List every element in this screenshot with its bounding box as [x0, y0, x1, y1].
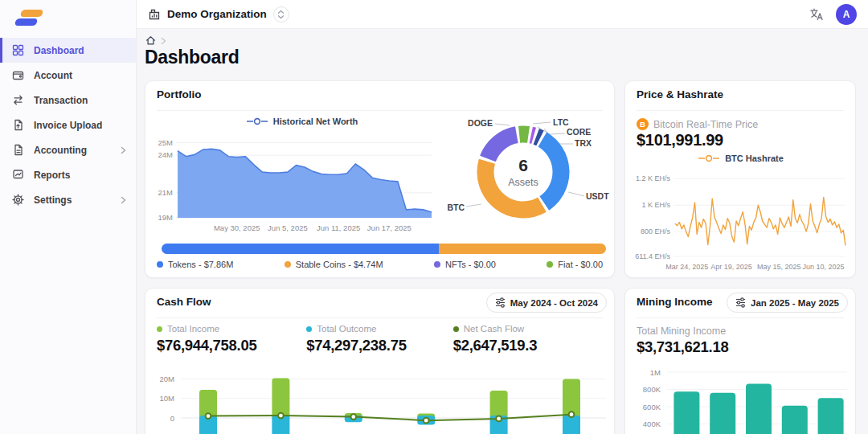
- donut-label-usdt: USDT: [586, 191, 609, 201]
- organization-selector[interactable]: Demo Organization: [148, 6, 289, 23]
- net-worth-legend-label: Historical Net Worth: [273, 117, 358, 126]
- legend-label: Tokens - $7.86M: [168, 260, 233, 269]
- stat-dot: [453, 326, 459, 332]
- sidebar-item-label: Dashboard: [34, 45, 84, 56]
- donut-label-core: CORE: [567, 127, 591, 137]
- sidebar-item-account[interactable]: Account: [0, 63, 136, 88]
- legend-dot: [434, 261, 440, 268]
- user-avatar[interactable]: A: [836, 4, 857, 25]
- stat-label: Net Cash Flow: [464, 324, 524, 334]
- allocation-legend-item[interactable]: NFTs - $0.00: [434, 260, 496, 269]
- sidebar: DashboardAccountTransactionInvoice Uploa…: [0, 0, 137, 434]
- price-hashrate-card: Price & Hashrate B Bitcoin Real-Time Pri…: [624, 80, 856, 278]
- breadcrumb-chevron-icon: [161, 37, 166, 45]
- line-marker-icon: [247, 117, 268, 125]
- svg-text:1.2 K EH/s: 1.2 K EH/s: [636, 174, 671, 182]
- svg-text:10M: 10M: [160, 394, 175, 403]
- line-marker-icon: [698, 154, 719, 162]
- sidebar-item-label: Account: [34, 70, 72, 81]
- hashrate-line-chart: 1.2 K EH/s1 K EH/s800 EH/s611.4 EH/sMar …: [630, 163, 852, 276]
- svg-text:Jun 17, 2025: Jun 17, 2025: [367, 223, 411, 232]
- bitcoin-icon: B: [637, 118, 649, 130]
- mining-date-filter[interactable]: Jan 2025 - May 2025: [727, 293, 848, 313]
- stat-label: Total Income: [167, 324, 219, 334]
- allocation-legend-item[interactable]: Stable Coins - $4.74M: [285, 260, 383, 269]
- mining-bar-chart: 1M800K600K400K: [630, 362, 852, 434]
- svg-text:May 30, 2025: May 30, 2025: [214, 223, 260, 232]
- accounting-icon: [12, 144, 24, 156]
- cash-flow-date-range: May 2024 - Oct 2024: [510, 298, 598, 308]
- sidebar-item-label: Settings: [34, 194, 72, 206]
- mining-total-value: $3,731,621.18: [637, 338, 728, 356]
- stat-value: $74,297,238.75: [306, 337, 453, 354]
- home-icon[interactable]: [145, 35, 156, 46]
- cash-flow-stats: Total Income$76,944,758.05Total Outcome$…: [157, 324, 603, 354]
- filter-sliders-icon: [735, 297, 746, 308]
- sidebar-nav: DashboardAccountTransactionInvoice Uploa…: [0, 38, 136, 212]
- hashrate-legend-label: BTC Hashrate: [725, 154, 784, 163]
- legend-dot: [157, 261, 163, 268]
- mining-date-range: Jan 2025 - May 2025: [751, 298, 839, 308]
- allocation-legend-item[interactable]: Tokens - $7.86M: [157, 260, 233, 269]
- svg-text:Jun 5, 2025: Jun 5, 2025: [268, 223, 308, 232]
- stat-dot: [157, 326, 162, 332]
- allocation-segment: [162, 244, 439, 254]
- settings-icon: [12, 194, 24, 206]
- sidebar-item-accounting[interactable]: Accounting: [0, 137, 136, 162]
- dashboard-icon: [12, 44, 24, 56]
- cash-flow-chart: 20M10M0: [150, 362, 611, 434]
- svg-text:800 EH/s: 800 EH/s: [641, 227, 671, 235]
- sidebar-item-label: Transaction: [34, 95, 88, 106]
- svg-text:Mar 24, 2025: Mar 24, 2025: [665, 263, 708, 271]
- allocation-legend-item[interactable]: Fiat - $0.00: [547, 260, 603, 269]
- svg-text:May 15, 2025: May 15, 2025: [757, 263, 801, 271]
- cash-flow-date-filter[interactable]: May 2024 - Oct 2024: [486, 293, 607, 313]
- up-down-chevrons-icon: [277, 10, 285, 19]
- svg-text:400K: 400K: [643, 420, 661, 428]
- organization-switch-button[interactable]: [273, 6, 289, 23]
- invoice-upload-icon: [12, 119, 24, 131]
- mining-card-title: Mining Income: [637, 296, 713, 308]
- translate-icon[interactable]: [809, 6, 825, 23]
- mining-income-card: Mining Income Jan 2025 - May 2025 Total …: [624, 288, 856, 434]
- legend-dot: [547, 261, 553, 268]
- legend-dot: [285, 261, 291, 268]
- sidebar-item-settings[interactable]: Settings: [0, 187, 136, 212]
- organization-icon: [148, 8, 161, 21]
- net-worth-legend[interactable]: Historical Net Worth: [170, 117, 435, 126]
- reports-icon: [12, 169, 24, 181]
- topbar: Demo Organization A: [137, 0, 868, 29]
- legend-label: Fiat - $0.00: [558, 260, 603, 269]
- svg-text:800K: 800K: [643, 385, 661, 394]
- svg-text:21M: 21M: [158, 188, 174, 197]
- sidebar-item-reports[interactable]: Reports: [0, 162, 136, 187]
- stat-value: $2,647,519.3: [453, 337, 603, 354]
- page-title: Dashboard: [145, 47, 239, 68]
- breadcrumb: [145, 35, 166, 46]
- svg-text:24M: 24M: [158, 150, 174, 159]
- donut-label-doge: DOGE: [451, 118, 493, 128]
- allocation-segment: [439, 244, 606, 254]
- legend-label: Stable Coins - $4.74M: [296, 260, 383, 269]
- sidebar-item-label: Reports: [34, 170, 70, 181]
- cash-flow-card-title: Cash Flow: [157, 296, 211, 308]
- sidebar-item-dashboard[interactable]: Dashboard: [0, 38, 136, 63]
- donut-label-ltc: LTC: [553, 117, 569, 127]
- svg-text:Jun 11, 2025: Jun 11, 2025: [317, 223, 360, 232]
- legend-label: NFTs - $0.00: [445, 260, 496, 269]
- svg-text:19M: 19M: [158, 213, 174, 222]
- svg-text:1 K EH/s: 1 K EH/s: [641, 201, 670, 209]
- sidebar-item-invoice-upload[interactable]: Invoice Upload: [0, 113, 136, 137]
- main-content: Dashboard Portfolio Historical Net Worth…: [137, 29, 868, 434]
- sidebar-item-transaction[interactable]: Transaction: [0, 88, 136, 113]
- cash-flow-stat: Total Income$76,944,758.05: [157, 324, 306, 354]
- stat-label: Total Outcome: [317, 324, 376, 334]
- portfolio-card: Portfolio Historical Net Worth 25M24M21M…: [145, 80, 615, 278]
- cash-flow-stat: Net Cash Flow$2,647,519.3: [453, 324, 603, 354]
- svg-text:1M: 1M: [650, 368, 661, 377]
- cash-flow-card: Cash Flow May 2024 - Oct 2024 Total Inco…: [145, 288, 615, 434]
- organization-name: Demo Organization: [167, 8, 267, 20]
- hashrate-legend[interactable]: BTC Hashrate: [625, 154, 857, 163]
- bitcoin-price-label-row: B Bitcoin Real-Time Price: [637, 118, 758, 130]
- stat-value: $76,944,758.05: [157, 337, 306, 354]
